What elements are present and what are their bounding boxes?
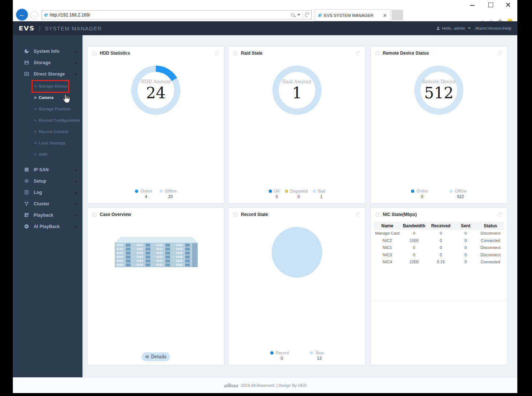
nic-cell: Manage Card: [374, 230, 401, 237]
window-maximize-button[interactable]: [488, 2, 494, 8]
header-link-alarm[interactable]: Alarm: [476, 26, 487, 30]
logo-separator: |: [39, 25, 41, 31]
panel-refresh-icon[interactable]: [214, 50, 220, 56]
legend-value: 13: [310, 356, 324, 360]
legend-value: 1: [313, 194, 326, 199]
sidebar-item-direct-storage[interactable]: Direct Storage: [13, 68, 82, 80]
subitem-label: Record Configuration: [38, 118, 80, 122]
header-link-help[interactable]: Help: [503, 26, 511, 30]
sidebar-item-label: Direct Storage: [34, 72, 74, 77]
panel-title: HDD Statistics: [100, 51, 130, 56]
search-icon[interactable]: [291, 13, 295, 17]
sidebar: System InfoStorageDirect Storage>Storage…: [13, 35, 82, 378]
app-header: EVS | SYSTEM MANAGER Hello, admin |Alarm…: [13, 21, 517, 35]
subitem-label: Storage Device: [38, 84, 67, 88]
window-titlebar: [13, 0, 517, 9]
panel-title: Case Overview: [100, 212, 131, 217]
header-link-version[interactable]: Version: [488, 26, 502, 30]
legend-item-bad: Bad1: [313, 189, 326, 199]
nic-cell: 0.15: [427, 258, 455, 266]
sidebar-item-storage[interactable]: Storage: [13, 57, 82, 68]
sidebar-item-log[interactable]: Log: [13, 187, 82, 198]
sidebar-subitem-record-control[interactable]: >Record Control: [13, 126, 82, 137]
subitem-arrow-icon: >: [34, 118, 36, 122]
nic-cell: 0: [455, 244, 477, 252]
url-text[interactable]: http://192.168.2.169/: [50, 12, 289, 18]
donut-center-label: Remote Device: [422, 79, 456, 84]
sidebar-item-label: Playback: [34, 213, 74, 218]
sidebar-item-label: Cluster: [34, 201, 74, 206]
donut-center-value: 24: [146, 85, 165, 101]
user-caret-icon: [468, 27, 471, 29]
panel-refresh-icon[interactable]: [356, 50, 361, 56]
sidebar-item-ai-playback[interactable]: AI PlayBack: [13, 221, 82, 232]
sidebar-subitem-record-configuration[interactable]: >Record Configuration: [13, 114, 82, 126]
legend-value: 0: [285, 194, 308, 199]
user-menu[interactable]: Hello, admin: [436, 26, 471, 30]
dashboard: HDD Statistics HDD Amount 24 Online4Offl…: [82, 35, 517, 378]
subitem-label: Storage Position: [38, 107, 70, 111]
nic-cell: 1000: [401, 237, 427, 245]
sidebar-subitem-storage-device[interactable]: >Storage Device: [13, 80, 82, 92]
browser-tab[interactable]: e EVS SYSTEM MANAGER: [315, 9, 390, 21]
server-chassis-image: [115, 236, 198, 272]
legend-item-online: Online4: [135, 189, 152, 199]
sidebar-item-system-info[interactable]: System Info: [13, 45, 82, 57]
tab-close-icon[interactable]: [383, 13, 387, 18]
nic-cell: Connected: [477, 237, 504, 245]
subitem-arrow-icon: >: [34, 141, 36, 145]
nic-column-name: Name: [374, 222, 401, 230]
window-close-button[interactable]: [505, 2, 511, 8]
ip-san-icon: [24, 167, 29, 172]
nic-column-bandwidth: Bandwidth: [401, 222, 427, 230]
sidebar-subitem-camera[interactable]: >Camera: [13, 92, 82, 103]
sidebar-item-ip-san[interactable]: IP SAN: [13, 164, 82, 175]
refresh-icon[interactable]: [304, 12, 310, 18]
panel-refresh-icon[interactable]: [498, 50, 503, 56]
address-bar[interactable]: e http://192.168.2.169/: [41, 10, 312, 19]
collapse-caret-icon: [74, 169, 77, 171]
new-tab-button[interactable]: [392, 10, 403, 20]
details-button[interactable]: Details: [142, 352, 170, 361]
legend-label: OK: [274, 189, 280, 193]
panel-raid-state: Raid State Raid Amount 1 OK0Degraded0Bad…: [228, 46, 366, 203]
nic-cell: 0: [427, 230, 455, 237]
sidebar-item-setup[interactable]: Setup: [13, 175, 82, 187]
panel-divider: [371, 300, 507, 300]
sidebar-subitem-lock-strategy[interactable]: >Lock Strategy: [13, 137, 82, 148]
sidebar-subitem-anr[interactable]: >ANR: [13, 148, 82, 160]
legend-label: Record: [276, 351, 289, 355]
nic-cell: NIC1: [374, 244, 401, 252]
sidebar-subitem-storage-position[interactable]: >Storage Position: [13, 103, 82, 114]
remote-legend: Online0Offline512: [371, 189, 507, 199]
subitem-label: Record Control: [38, 129, 68, 134]
ai-playback-icon: [24, 224, 29, 229]
legend-label: Degraded: [290, 189, 308, 193]
nic-cell: 0: [427, 252, 455, 259]
panel-status-icon: [234, 213, 238, 217]
legend-value: 0: [269, 194, 280, 199]
sidebar-item-playback[interactable]: Playback: [13, 209, 82, 221]
legend-dot-icon: [411, 190, 414, 193]
tab-title: EVS SYSTEM MANAGER: [324, 13, 380, 18]
ie-favicon: e: [44, 12, 48, 18]
forward-button[interactable]: →: [30, 11, 38, 19]
back-button[interactable]: ←: [16, 9, 28, 21]
collapse-caret-icon: [74, 50, 77, 52]
subitem-arrow-icon: >: [34, 152, 36, 157]
nic-cell: 0: [401, 244, 427, 252]
panel-refresh-icon[interactable]: [356, 212, 361, 217]
header-links: |Alarm|Version|Help: [474, 26, 511, 30]
address-dropdown-icon[interactable]: [297, 14, 300, 16]
panel-title: Raid State: [241, 51, 263, 56]
legend-value: 0: [270, 356, 289, 360]
subitem-label: Camera: [38, 95, 53, 100]
subitem-arrow-icon: >: [34, 84, 36, 88]
sidebar-item-cluster[interactable]: Cluster: [13, 198, 82, 209]
window-minimize-button[interactable]: [469, 2, 475, 8]
panel-refresh-icon[interactable]: [498, 212, 503, 217]
panel-title: Remote Device Status: [383, 51, 429, 56]
legend-value: 4: [135, 194, 152, 199]
remote-donut-chart: Remote Device 512: [414, 66, 463, 115]
details-label: Details: [151, 354, 167, 359]
